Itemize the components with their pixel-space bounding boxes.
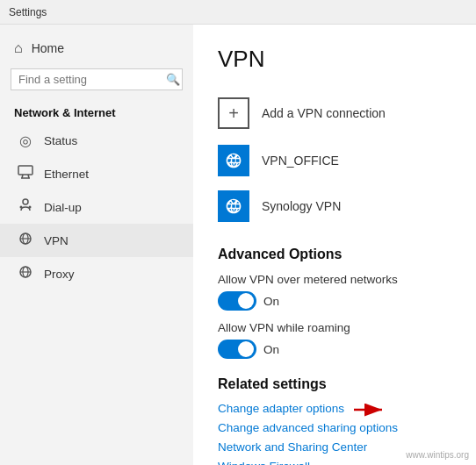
synology-vpn-name: Synology VPN	[262, 199, 341, 213]
related-settings-title: Related settings	[218, 376, 451, 392]
sidebar-home-label: Home	[32, 41, 64, 55]
dialup-icon	[18, 198, 33, 216]
sidebar-item-status[interactable]: ◎ Status	[0, 125, 193, 157]
adapter-link-wrapper: Change adapter options	[218, 402, 344, 421]
change-adapter-options-link[interactable]: Change adapter options	[218, 402, 344, 415]
toggle-roaming-row: Allow VPN while roaming On	[218, 321, 451, 359]
proxy-icon	[18, 265, 33, 283]
svg-point-6	[29, 206, 32, 209]
sidebar-item-label-proxy: Proxy	[44, 268, 75, 281]
vpn-office-name: VPN_OFFICE	[262, 154, 339, 168]
ethernet-icon	[18, 165, 33, 182]
change-advanced-sharing-link[interactable]: Change advanced sharing options	[218, 421, 451, 434]
status-icon: ◎	[18, 132, 33, 149]
search-input[interactable]	[18, 73, 166, 86]
sidebar-section-label: Network & Internet	[0, 99, 193, 125]
add-vpn-icon: +	[218, 97, 249, 129]
page-title: VPN	[218, 46, 451, 73]
vpn-office-icon-box	[218, 145, 249, 176]
sidebar-item-label-status: Status	[44, 134, 77, 147]
sidebar: ⌂ Home 🔍 Network & Internet ◎ Status Eth	[0, 25, 193, 465]
toggle-metered[interactable]	[218, 291, 256, 311]
sidebar-item-proxy[interactable]: Proxy	[0, 257, 193, 290]
toggle-metered-container: On	[218, 291, 451, 311]
advanced-options-title: Advanced Options	[218, 247, 451, 262]
svg-rect-0	[18, 166, 32, 175]
synology-vpn-icon	[225, 197, 242, 215]
svg-point-4	[23, 199, 28, 204]
home-icon: ⌂	[14, 40, 23, 56]
sidebar-item-home[interactable]: ⌂ Home	[0, 33, 193, 63]
synology-vpn-icon-box	[218, 190, 249, 222]
add-vpn-label: Add a VPN connection	[262, 106, 386, 120]
sidebar-item-dialup[interactable]: Dial-up	[0, 190, 193, 224]
toggle-metered-row: Allow VPN over metered networks On	[218, 273, 451, 311]
sidebar-search-box[interactable]: 🔍	[11, 68, 183, 90]
main-content: VPN + Add a VPN connection VPN_OFFICE	[193, 25, 476, 465]
toggle-roaming-container: On	[218, 340, 451, 359]
sidebar-item-label-dialup: Dial-up	[44, 201, 82, 214]
watermark: www.wintips.org	[406, 450, 469, 460]
red-arrow-annotation	[354, 400, 389, 419]
vpn-office-icon	[225, 152, 242, 169]
toggle-roaming[interactable]	[218, 340, 256, 359]
add-vpn-button[interactable]: + Add a VPN connection	[218, 89, 451, 138]
toggle-roaming-status: On	[263, 343, 279, 356]
toggle-metered-label: Allow VPN over metered networks	[218, 273, 451, 286]
titlebar-label: Settings	[9, 6, 47, 18]
vpn-icon	[18, 232, 33, 249]
toggle-metered-status: On	[263, 295, 279, 308]
svg-point-5	[20, 206, 23, 209]
windows-firewall-link[interactable]: Windows Firewall	[218, 460, 451, 465]
sidebar-item-label-vpn: VPN	[44, 234, 69, 247]
vpn-connection-synology[interactable]: Synology VPN	[218, 183, 451, 229]
search-icon[interactable]: 🔍	[166, 73, 180, 86]
toggle-roaming-label: Allow VPN while roaming	[218, 321, 451, 334]
sidebar-item-label-ethernet: Ethernet	[44, 168, 89, 181]
sidebar-item-ethernet[interactable]: Ethernet	[0, 157, 193, 190]
sidebar-item-vpn[interactable]: VPN	[0, 224, 193, 257]
vpn-connection-vpn-office[interactable]: VPN_OFFICE	[218, 138, 451, 183]
content-wrapper: VPN + Add a VPN connection VPN_OFFICE	[218, 46, 451, 465]
